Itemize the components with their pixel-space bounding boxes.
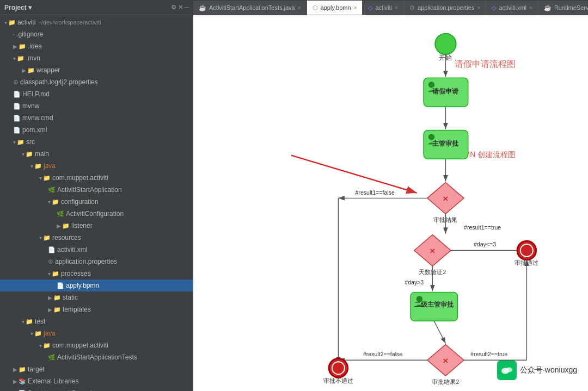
tree-java-main[interactable]: ▾ 📁 java <box>0 160 193 172</box>
tab-runtime-service[interactable]: ☕ RuntimeService.java × <box>538 1 588 15</box>
svg-text:主管审批: 主管审批 <box>432 140 459 147</box>
tree-ext-libs[interactable]: ▶ 📚 External Libraries <box>0 375 193 387</box>
svg-text:二级主管审批: 二级主管审批 <box>414 301 454 308</box>
tree-activiti-config[interactable]: 🌿 ActivitiConfiguration <box>0 208 193 220</box>
tree-helpmd[interactable]: 📄 HELP.md <box>0 88 193 100</box>
tree-mvnw[interactable]: 📄 mvnw <box>0 100 193 112</box>
svg-point-29 <box>520 244 533 257</box>
file-tree[interactable]: ▾ 📁 activiti ~/dev/workspace/activiti · … <box>0 15 193 391</box>
svg-line-46 <box>291 156 417 193</box>
svg-text:#day<=3: #day<=3 <box>474 241 496 247</box>
bpmn-diagram: 开始 请假申请 主管审批 审批结果 × #re <box>193 15 588 391</box>
tree-configuration[interactable]: ▾ 📁 configuration <box>0 196 193 208</box>
tab-tests[interactable]: ☕ ActivitiStartApplicationTests.java × <box>193 1 307 15</box>
tree-activiti-xml[interactable]: 📄 activiti.xml <box>0 244 193 256</box>
tree-scratches[interactable]: ▶ 📝 Scratches and Consoles <box>0 387 193 391</box>
tree-static[interactable]: ▶ 📁 static <box>0 291 193 303</box>
tree-app-tests[interactable]: 🌿 ActivitiStartApplicationTests <box>0 351 193 363</box>
tree-target[interactable]: ▶ 📁 target <box>0 363 193 375</box>
svg-text:×: × <box>443 355 448 366</box>
tab-bar[interactable]: ☕ ActivitiStartApplicationTests.java × ⬡… <box>193 0 588 15</box>
tree-test[interactable]: ▾ 📁 test <box>0 315 193 327</box>
tab-activiti-xml[interactable]: ◇ activiti.xml × <box>486 1 538 15</box>
svg-point-10 <box>428 134 435 140</box>
tree-resources[interactable]: ▾ 📁 resources <box>0 232 193 244</box>
tree-java-test[interactable]: ▾ 📁 java <box>0 327 193 339</box>
tree-mvnwcmd[interactable]: 📄 mvnw.cmd <box>0 112 193 124</box>
tree-wrapper[interactable]: ▶ 📁 wrapper <box>0 64 193 76</box>
watermark-text: 公众号·woniuxgg <box>520 365 577 375</box>
diagram-area: 请假申请流程图 idea actiPMN 创建流程图 开始 <box>193 15 588 391</box>
tree-pomxml[interactable]: 📄 pom.xml <box>0 124 193 136</box>
sidebar: Project ▾ ⚙ ✕ ─ ▾ 📁 activiti ~/dev/works… <box>0 0 193 391</box>
tree-idea[interactable]: ▶ 📁 .idea <box>0 40 193 52</box>
tree-app-props[interactable]: ⚙ application.properties <box>0 256 193 268</box>
tree-processes[interactable]: ▾ 📁 processes <box>0 268 193 280</box>
tree-gitignore[interactable]: · .gitignore <box>0 28 193 40</box>
tree-classpath[interactable]: ⚙ classpath.log4j2.properties <box>0 76 193 88</box>
tree-src[interactable]: ▾ 📁 src <box>0 136 193 148</box>
svg-text:#day>3: #day>3 <box>405 279 424 286</box>
tab-apply-bpmn[interactable]: ⬡ apply.bpmn × <box>307 1 363 15</box>
tab-activiti[interactable]: ◇ activiti × <box>363 1 403 15</box>
svg-text:#result1==false: #result1==false <box>356 189 395 196</box>
svg-point-44 <box>332 362 345 374</box>
svg-text:×: × <box>430 245 435 256</box>
tree-templates[interactable]: ▶ 📁 templates <box>0 303 193 315</box>
svg-line-34 <box>434 321 445 343</box>
svg-text:#result2==false: #result2==false <box>363 351 402 357</box>
sidebar-title: Project ▾ <box>4 4 32 11</box>
tree-package[interactable]: ▾ 📁 com.muppet.activiti <box>0 172 193 184</box>
svg-text:×: × <box>443 193 448 204</box>
tree-mvn[interactable]: ▾ 📁 .mvn <box>0 52 193 64</box>
tree-start-app[interactable]: 🌿 ActivitiStartApplication <box>0 184 193 196</box>
svg-point-6 <box>428 82 435 88</box>
svg-point-48 <box>506 368 512 373</box>
watermark: 公众号·woniuxgg <box>497 361 577 380</box>
svg-text:#result1==true: #result1==true <box>464 224 501 231</box>
tree-main[interactable]: ▾ 📁 main <box>0 148 193 160</box>
svg-text:审批不通过: 审批不通过 <box>323 377 353 384</box>
svg-point-2 <box>435 34 456 54</box>
svg-text:请假申请: 请假申请 <box>432 88 459 95</box>
tree-root[interactable]: ▾ 📁 activiti ~/dev/workspace/activiti <box>0 16 193 28</box>
main-content: ☕ ActivitiStartApplicationTests.java × ⬡… <box>193 0 588 391</box>
svg-text:审批结果2: 审批结果2 <box>432 378 459 385</box>
sidebar-header: Project ▾ ⚙ ✕ ─ <box>0 0 193 15</box>
tab-app-props[interactable]: ⚙ application.properties × <box>404 1 486 15</box>
tree-listener[interactable]: ▶ 📁 listener <box>0 220 193 232</box>
wechat-icon <box>497 361 517 380</box>
svg-text:#result2==true: #result2==true <box>470 351 507 357</box>
tree-apply-bpmn[interactable]: 📄 apply.bpmn <box>0 280 193 291</box>
tree-package-test[interactable]: ▾ 📁 com.muppet.activiti <box>0 339 193 351</box>
